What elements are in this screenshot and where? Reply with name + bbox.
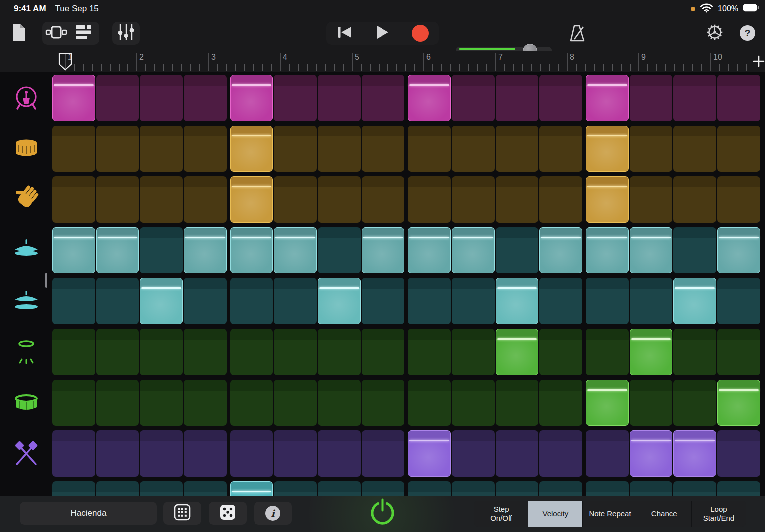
mode-button-loop-start-end[interactable]: Loop Start/End <box>691 501 746 527</box>
step-cell-5-active[interactable] <box>230 126 273 172</box>
step-cell-7[interactable] <box>318 126 361 172</box>
step-cell-8[interactable] <box>362 75 404 121</box>
step-cell-1[interactable] <box>52 380 95 426</box>
step-cell-11[interactable] <box>496 126 538 172</box>
step-cell-6[interactable] <box>274 176 317 223</box>
mode-button-chance[interactable]: Chance <box>637 501 691 527</box>
step-cell-13[interactable] <box>586 481 629 496</box>
step-cell-7[interactable] <box>318 430 361 477</box>
step-cell-4[interactable] <box>184 126 227 172</box>
play-button[interactable] <box>364 22 402 45</box>
step-cell-14-active[interactable] <box>630 329 672 375</box>
step-cell-10[interactable] <box>452 278 495 324</box>
step-cell-6-active[interactable] <box>274 227 317 273</box>
track-controls-button[interactable] <box>112 22 140 45</box>
scroll-indicator[interactable] <box>45 273 47 288</box>
pattern-grid-button[interactable] <box>163 502 201 525</box>
step-cell-8[interactable] <box>362 481 404 496</box>
step-cell-4[interactable] <box>184 481 227 496</box>
step-cell-10[interactable] <box>452 380 495 426</box>
step-cell-2[interactable] <box>96 176 139 223</box>
step-cell-16[interactable] <box>717 481 760 496</box>
record-button[interactable] <box>401 22 439 45</box>
cells-view-button[interactable] <box>42 22 71 45</box>
step-cell-15-active[interactable] <box>673 430 716 477</box>
step-cell-12-active[interactable] <box>539 227 582 273</box>
rewind-button[interactable] <box>326 22 364 45</box>
tracks-view-button[interactable] <box>71 22 100 45</box>
add-bars-button[interactable] <box>752 55 765 70</box>
step-cell-16[interactable] <box>717 126 760 172</box>
metronome-button[interactable] <box>567 24 588 45</box>
step-cell-8-active[interactable] <box>362 227 404 273</box>
step-cell-11[interactable] <box>496 75 538 121</box>
step-cell-8[interactable] <box>362 329 404 375</box>
step-cell-7[interactable] <box>318 75 361 121</box>
step-cell-9-active[interactable] <box>408 430 451 477</box>
step-cell-7[interactable] <box>318 329 361 375</box>
step-cell-6[interactable] <box>274 481 317 496</box>
step-cell-7-active[interactable] <box>318 278 361 324</box>
step-cell-11-active[interactable] <box>496 329 538 375</box>
step-cell-5[interactable] <box>230 430 273 477</box>
step-cell-12[interactable] <box>539 278 582 324</box>
info-button[interactable]: i <box>254 502 292 525</box>
step-cell-7[interactable] <box>318 380 361 426</box>
step-cell-9[interactable] <box>408 481 451 496</box>
step-cell-15[interactable] <box>673 329 716 375</box>
mode-button-note-repeat[interactable]: Note Repeat <box>582 501 637 527</box>
step-cell-9-active[interactable] <box>408 227 451 273</box>
step-cell-12[interactable] <box>539 329 582 375</box>
step-cell-1[interactable] <box>52 126 95 172</box>
step-cell-2[interactable] <box>96 481 139 496</box>
step-cell-8[interactable] <box>362 278 404 324</box>
step-cell-3[interactable] <box>140 481 183 496</box>
step-cell-16[interactable] <box>717 430 760 477</box>
step-cell-10[interactable] <box>452 430 495 477</box>
step-cell-6[interactable] <box>274 75 317 121</box>
step-cell-10-active[interactable] <box>452 227 495 273</box>
step-cell-3[interactable] <box>140 176 183 223</box>
my-songs-button[interactable] <box>10 23 28 44</box>
step-cell-9[interactable] <box>408 126 451 172</box>
kit-selector-button[interactable]: Hacienda <box>20 502 157 525</box>
step-cell-13[interactable] <box>586 329 629 375</box>
step-cell-10[interactable] <box>452 176 495 223</box>
step-cell-4-active[interactable] <box>184 227 227 273</box>
step-cell-1[interactable] <box>52 278 95 324</box>
step-cell-16-active[interactable] <box>717 380 760 426</box>
step-cell-8[interactable] <box>362 126 404 172</box>
step-cell-14[interactable] <box>630 278 672 324</box>
step-cell-13[interactable] <box>586 278 629 324</box>
step-cell-10[interactable] <box>452 329 495 375</box>
step-cell-3[interactable] <box>140 430 183 477</box>
step-cell-12[interactable] <box>539 430 582 477</box>
step-cell-4[interactable] <box>184 75 227 121</box>
step-cell-11[interactable] <box>496 430 538 477</box>
step-cell-16[interactable] <box>717 278 760 324</box>
closed-hihat-icon[interactable] <box>0 227 52 273</box>
step-cell-4[interactable] <box>184 278 227 324</box>
step-cell-4[interactable] <box>184 380 227 426</box>
step-cell-15[interactable] <box>673 176 716 223</box>
step-cell-1[interactable] <box>52 176 95 223</box>
step-cell-1[interactable] <box>52 481 95 496</box>
step-cell-12[interactable] <box>539 380 582 426</box>
step-cell-4[interactable] <box>184 176 227 223</box>
open-hihat-icon[interactable] <box>0 278 52 324</box>
step-cell-3[interactable] <box>140 75 183 121</box>
step-cell-13[interactable] <box>586 430 629 477</box>
mode-button-velocity[interactable]: Velocity <box>528 501 582 527</box>
step-cell-15[interactable] <box>673 126 716 172</box>
step-cell-13-active[interactable] <box>586 176 629 223</box>
step-cell-9[interactable] <box>408 176 451 223</box>
step-cell-9[interactable] <box>408 380 451 426</box>
step-cell-2-active[interactable] <box>96 227 139 273</box>
step-cell-9[interactable] <box>408 329 451 375</box>
step-cell-10[interactable] <box>452 75 495 121</box>
step-cell-12[interactable] <box>539 176 582 223</box>
step-cell-15-active[interactable] <box>673 278 716 324</box>
step-cell-6[interactable] <box>274 278 317 324</box>
step-cell-16-active[interactable] <box>717 227 760 273</box>
randomize-button[interactable] <box>209 502 247 525</box>
